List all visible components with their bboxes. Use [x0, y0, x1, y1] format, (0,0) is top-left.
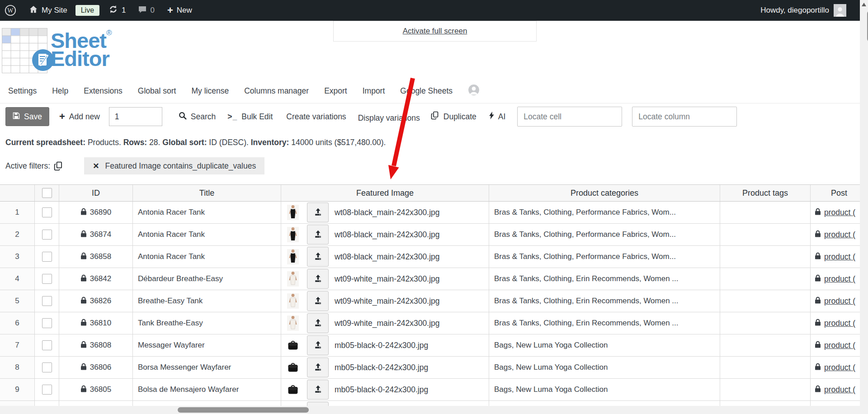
locate-column-input[interactable]	[632, 107, 737, 127]
upload-image-button[interactable]	[307, 247, 329, 267]
wordpress-logo-icon[interactable]: W	[5, 5, 16, 16]
title-cell[interactable]: Bolsa de Mensajero Wayfarer	[133, 379, 281, 401]
image-filename[interactable]: wt08-black_main-242x300.jpg	[335, 208, 440, 217]
product-categories-cell[interactable]: Bras & Tanks, Clothing, Erin Recommends,…	[489, 268, 720, 290]
avatar[interactable]	[834, 4, 846, 17]
menu-export[interactable]: Export	[324, 86, 347, 96]
upload-image-button[interactable]	[307, 291, 329, 311]
header-title[interactable]: Title	[133, 185, 281, 202]
upload-image-button[interactable]	[307, 380, 329, 400]
scroll-up-arrow-icon[interactable]	[862, 3, 866, 6]
title-cell[interactable]: Antonia Racer Tank	[133, 246, 281, 268]
row-number[interactable]: 1	[0, 202, 35, 224]
product-thumbnail[interactable]	[287, 226, 299, 243]
product-thumbnail[interactable]	[287, 293, 299, 309]
product-tags-cell[interactable]	[720, 268, 811, 290]
menu-help[interactable]: Help	[52, 86, 68, 96]
product-categories-cell[interactable]: Bags, New Luma Yoga Collection	[489, 334, 720, 357]
header-featured-image[interactable]: Featured Image	[281, 185, 489, 202]
display-variations-button[interactable]: Display variations	[358, 113, 420, 123]
image-filename[interactable]: mb05-black-0-242x300.jpg	[335, 341, 428, 350]
product-thumbnail[interactable]	[287, 271, 299, 287]
menu-settings[interactable]: Settings	[8, 86, 37, 96]
row-number[interactable]: 7	[0, 334, 35, 357]
title-cell[interactable]: Antonia Racer Tank	[133, 202, 281, 224]
product-thumbnail[interactable]	[287, 249, 299, 265]
post-type-cell[interactable]: product (	[811, 312, 868, 334]
image-filename[interactable]: wt08-black_main-242x300.jpg	[335, 230, 440, 240]
post-type-cell[interactable]: product (	[811, 268, 868, 290]
upload-image-button[interactable]	[307, 358, 329, 377]
header-product-tags[interactable]: Product tags	[720, 185, 811, 202]
image-filename[interactable]: wt09-white_main-242x300.jpg	[335, 274, 440, 284]
select-all-checkbox[interactable]	[42, 188, 52, 198]
search-button[interactable]: Search	[179, 112, 216, 122]
image-filename[interactable]: wt09-white_main-242x300.jpg	[335, 319, 440, 328]
user-circle-icon[interactable]	[468, 84, 480, 98]
image-filename[interactable]: mb05-black-0-242x300.jpg	[335, 363, 428, 372]
image-filename[interactable]: mb05-black-0-242x300.jpg	[335, 385, 428, 395]
upload-image-button[interactable]	[307, 269, 329, 289]
product-thumbnail[interactable]	[287, 359, 299, 376]
row-number[interactable]: 8	[0, 357, 35, 379]
new-content-link[interactable]: + New	[167, 5, 192, 15]
post-type-cell[interactable]: product (	[811, 357, 868, 379]
product-categories-cell[interactable]: Bras & Tanks, Clothing, Erin Recommends,…	[489, 312, 720, 334]
upload-image-button[interactable]	[307, 335, 329, 355]
row-checkbox[interactable]	[42, 230, 52, 240]
title-cell[interactable]: Antonia Racer Tank	[133, 224, 281, 246]
row-number[interactable]: 3	[0, 246, 35, 268]
product-tags-cell[interactable]	[720, 334, 811, 357]
product-categories-cell[interactable]: Bras & Tanks, Clothing, Performance Fabr…	[489, 202, 720, 224]
product-tags-cell[interactable]	[720, 312, 811, 334]
menu-global-sort[interactable]: Global sort	[138, 86, 176, 96]
row-checkbox[interactable]	[42, 296, 52, 306]
row-checkbox[interactable]	[42, 207, 52, 217]
product-thumbnail[interactable]	[287, 204, 299, 221]
product-thumbnail[interactable]	[287, 337, 299, 353]
row-checkbox[interactable]	[42, 274, 52, 284]
post-type-cell[interactable]: product (	[811, 202, 868, 224]
product-thumbnail[interactable]	[287, 315, 299, 331]
product-tags-cell[interactable]	[720, 224, 811, 246]
row-number[interactable]: 2	[0, 224, 35, 246]
header-product-categories[interactable]: Product categories	[489, 185, 720, 202]
header-id[interactable]: ID	[59, 185, 133, 202]
row-checkbox[interactable]	[42, 252, 52, 262]
ai-button[interactable]: AI	[489, 112, 506, 122]
row-number[interactable]: 9	[0, 379, 35, 401]
add-new-button[interactable]: + Add new	[59, 112, 100, 122]
post-type-cell[interactable]: product (	[811, 246, 868, 268]
row-checkbox[interactable]	[42, 385, 52, 395]
horizontal-scrollbar-thumb[interactable]	[178, 407, 309, 413]
product-categories-cell[interactable]: Bras & Tanks, Clothing, Performance Fabr…	[489, 246, 720, 268]
header-post[interactable]: Post	[811, 185, 868, 202]
filter-chip[interactable]: ✕ Featured Image contains_duplicate_valu…	[84, 157, 264, 174]
row-number[interactable]: 5	[0, 290, 35, 312]
title-cell[interactable]: Tank Breathe-Easy	[133, 312, 281, 334]
menu-my-license[interactable]: My license	[191, 86, 229, 96]
product-tags-cell[interactable]	[720, 290, 811, 312]
copy-filters-icon[interactable]	[54, 161, 63, 171]
row-number[interactable]: 6	[0, 312, 35, 334]
menu-extensions[interactable]: Extensions	[84, 86, 123, 96]
image-filename[interactable]: wt08-black_main-242x300.jpg	[335, 252, 440, 262]
upload-image-button[interactable]	[307, 202, 329, 222]
upload-image-button[interactable]	[307, 313, 329, 333]
product-categories-cell[interactable]: Bags, New Luma Yoga Collection	[489, 357, 720, 379]
title-cell[interactable]: Débardeur Breathe-Easy	[133, 268, 281, 290]
title-cell[interactable]: Messager Wayfarer	[133, 334, 281, 357]
image-filename[interactable]: wt09-white_main-242x300.jpg	[335, 296, 440, 306]
menu-import[interactable]: Import	[363, 86, 385, 96]
product-tags-cell[interactable]	[720, 379, 811, 401]
post-type-cell[interactable]: product (	[811, 224, 868, 246]
bulk-edit-button[interactable]: >_ Bulk Edit	[227, 112, 273, 122]
product-categories-cell[interactable]: Bras & Tanks, Clothing, Erin Recommends,…	[489, 290, 720, 312]
row-checkbox[interactable]	[42, 340, 52, 350]
product-tags-cell[interactable]	[720, 357, 811, 379]
comments-link[interactable]: 0	[138, 5, 155, 16]
menu-columns-manager[interactable]: Columns manager	[244, 86, 309, 96]
row-checkbox[interactable]	[42, 318, 52, 328]
save-button[interactable]: Save	[5, 107, 49, 126]
howdy-account-link[interactable]: Howdy, diegoportillo	[760, 6, 829, 15]
